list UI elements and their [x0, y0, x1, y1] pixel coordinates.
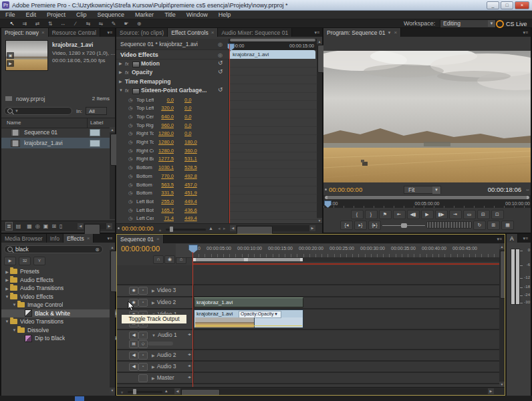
track-lane-audio-3[interactable]: [193, 362, 500, 373]
menu-file[interactable]: File: [0, 11, 21, 19]
set-encore-chapter-marker-button[interactable]: ◉: [164, 255, 175, 264]
lift-button[interactable]: ▭: [463, 210, 476, 219]
effect-sixteen-point-garbage[interactable]: ▼fxSixteen-Point Garbage...↺: [116, 86, 229, 95]
tab-media-browser[interactable]: Media Browser: [1, 234, 47, 243]
track-header-video-3[interactable]: ◉▫▶Video 3: [117, 285, 193, 297]
timeline-hscroll[interactable]: ◀ ▶: [174, 388, 494, 394]
play-in-to-out-button[interactable]: {▸}: [368, 221, 381, 230]
param-value-y[interactable]: 528,5: [184, 164, 209, 172]
param-value-x[interactable]: 255,0: [150, 198, 174, 207]
clip-krajobraz-1-avi[interactable]: krajobraz_1.aviOpacity:Opacity ▾: [194, 309, 303, 328]
track-lane-master[interactable]: [193, 373, 500, 384]
mark-in-button[interactable]: {: [351, 210, 364, 219]
param-value-y[interactable]: 0,0: [184, 113, 209, 122]
list-item-krajobraz-1-avi[interactable]: krajobraz_1.avi: [1, 138, 110, 148]
effect-time-remapping[interactable]: ▶Time Remapping: [116, 78, 229, 86]
go-to-previous-marker-button[interactable]: {◂: [340, 221, 353, 230]
work-area-bar[interactable]: [193, 257, 500, 262]
expand-arrow-icon[interactable]: ▶: [152, 289, 155, 293]
tab-resource-central[interactable]: Resource Central: [49, 28, 100, 37]
tree-item-black-white[interactable]: Black & White▣: [1, 309, 127, 318]
keyframe-nav-icons[interactable]: ◂▸: [188, 363, 190, 368]
find-button[interactable]: ◎: [35, 223, 40, 230]
opacity-rubber-band[interactable]: [195, 325, 302, 326]
expand-arrow-icon[interactable]: ▶: [152, 376, 155, 380]
panel-menu-button[interactable]: ▾≡: [520, 234, 531, 243]
param-value-y[interactable]: 492,8: [184, 172, 209, 181]
collapse-arrow-icon[interactable]: ▼: [11, 328, 17, 332]
output-settings-button[interactable]: ▦: [501, 221, 514, 230]
scroll-up-icon[interactable]: ▲: [110, 127, 115, 132]
param-bottom-left-11[interactable]: ◷Bottom Left...331,5451,9: [116, 189, 229, 198]
stopwatch-icon[interactable]: ◷: [128, 155, 132, 164]
keyframe-nav-icons[interactable]: ◂▸: [188, 352, 190, 356]
reset-effect-icon[interactable]: ↺: [218, 68, 223, 76]
expand-arrow-icon[interactable]: ▶: [152, 365, 155, 369]
clip-krajobraz-1-avi[interactable]: krajobraz_1.avi: [194, 297, 303, 307]
workspace-dropdown[interactable]: Editing ▼: [440, 19, 496, 28]
tab-effects[interactable]: Effects×: [63, 234, 94, 243]
scroll-up-icon[interactable]: ▲: [110, 245, 115, 250]
playhead-line[interactable]: [229, 44, 230, 223]
stopwatch-icon[interactable]: ◷: [128, 198, 132, 207]
effect-controls-scrollbar[interactable]: ▲ ▼: [317, 39, 322, 223]
menu-title[interactable]: Title: [159, 11, 181, 19]
param-value-y[interactable]: 180,0: [184, 138, 209, 147]
go-to-next-marker-button[interactable]: ▸}: [354, 221, 367, 230]
tab-source-no-clips[interactable]: Source: (no clips): [116, 28, 168, 37]
go-to-out-button[interactable]: ⇥: [449, 210, 462, 219]
poster-frame-button[interactable]: ▣: [7, 52, 14, 59]
project-scrollbar[interactable]: ▲: [110, 127, 115, 219]
stopwatch-icon[interactable]: ◷: [128, 164, 132, 172]
param-value-x[interactable]: 1280,0: [150, 138, 174, 147]
effect-opacity[interactable]: ▶fxOpacity↺: [116, 68, 229, 77]
scroll-up-icon[interactable]: ▲: [317, 39, 322, 44]
work-area-grip[interactable]: [244, 258, 248, 261]
track-header-audio-2[interactable]: ◀)▫▶Audio 2◂▸: [117, 350, 193, 362]
safe-margins-button[interactable]: ⊞: [487, 221, 500, 230]
menu-project[interactable]: Project: [41, 11, 71, 19]
ripple-edit-tool[interactable]: ⇄: [32, 20, 43, 27]
track-lane-video-2[interactable]: krajobraz_1.avi: [193, 297, 500, 309]
track-header-audio-3[interactable]: ◀)▫▶Audio 3◂▸: [117, 362, 193, 373]
jog-control[interactable]: [426, 221, 472, 229]
effect-controls-timecode[interactable]: 00:00:00:00: [122, 225, 154, 232]
effects-search-input[interactable]: black ⊗: [4, 245, 103, 253]
toggle-track-output-button[interactable]: ◉: [129, 287, 138, 295]
mark-out-button[interactable]: }: [365, 210, 378, 219]
stopwatch-icon[interactable]: ◷: [128, 104, 132, 113]
param-right-botto-7[interactable]: ◷Right Botto...1277,5531,1: [116, 155, 229, 164]
tree-item-audio-effects[interactable]: ▶Audio Effects: [1, 276, 112, 285]
param-right-top-t-5[interactable]: ◷Right Top T...1280,0180,0: [116, 138, 229, 147]
track-header-master[interactable]: ▶Master◂▸: [117, 373, 193, 384]
tab-project-nowy[interactable]: Project: nowy×: [1, 28, 49, 37]
label-swatch[interactable]: [90, 129, 100, 136]
stopwatch-icon[interactable]: ◷: [128, 138, 132, 147]
param-value-x[interactable]: 1280,0: [150, 130, 174, 138]
step-forward-button[interactable]: ▮▶: [435, 210, 448, 219]
extract-button[interactable]: ⊟: [477, 210, 490, 219]
param-value-x[interactable]: 0,0: [150, 96, 174, 105]
razor-tool[interactable]: ∕: [70, 20, 81, 27]
expand-arrow-icon[interactable]: ▶: [152, 354, 155, 358]
project-search-input[interactable]: ▼: [4, 107, 72, 115]
track-lock-toggle[interactable]: [138, 374, 148, 382]
param-value-x[interactable]: 563,5: [150, 181, 174, 190]
tab-effect-controls[interactable]: Effect Controls×: [168, 28, 218, 37]
param-value-y[interactable]: 457,0: [184, 181, 209, 190]
tree-item-presets[interactable]: ▶Presets: [1, 267, 112, 276]
search-in-dropdown[interactable]: All: [86, 107, 107, 115]
zoom-in-icon[interactable]: ▲: [209, 226, 213, 231]
selection-tool[interactable]: ↖: [7, 20, 17, 27]
project-footer-scrollbar[interactable]: ◀▶: [78, 223, 112, 229]
list-item-sequence-01[interactable]: Sequence 01: [1, 127, 110, 138]
dropdown-arrow-icon[interactable]: ▼: [387, 31, 391, 35]
tree-item-dip-to-black[interactable]: Dip to Black▣: [1, 334, 127, 343]
track-lock-toggle[interactable]: ▫: [138, 352, 148, 360]
new-item-button[interactable]: ⊞: [51, 223, 56, 230]
scroll-right-icon[interactable]: ▶: [488, 388, 494, 394]
param-value-x[interactable]: 960,0: [150, 122, 174, 130]
panel-menu-button[interactable]: ▾≡: [104, 234, 115, 243]
track-lock-toggle[interactable]: ▫: [138, 299, 148, 307]
zoom-in-icon[interactable]: ▴: [165, 388, 168, 394]
